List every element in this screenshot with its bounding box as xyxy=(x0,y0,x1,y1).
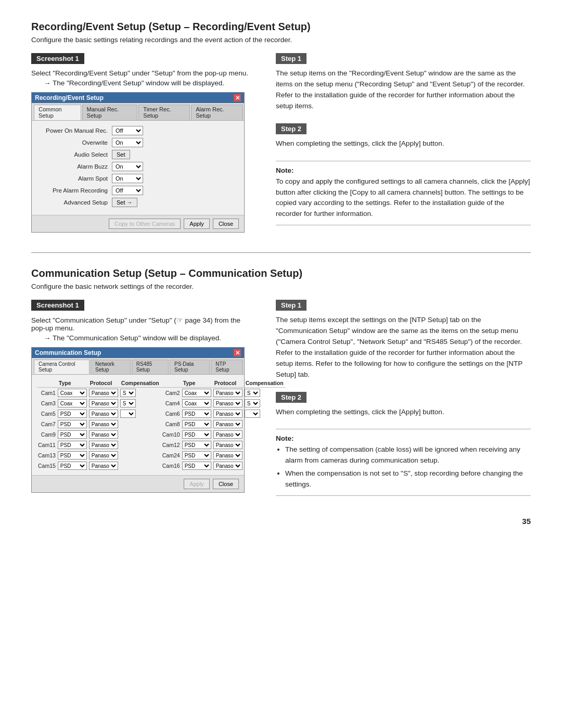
cam13-protocol: Panasonic xyxy=(88,450,119,461)
tab-alarm-rec[interactable]: Alarm Rec. Setup xyxy=(191,105,243,120)
step1-text: The setup items on the "Recording/Event … xyxy=(276,68,531,112)
th-protocol1: Protocol xyxy=(88,379,119,388)
label-alarm-buzz: Alarm Buzz xyxy=(39,163,112,170)
dialog-close-btn[interactable]: ✕ xyxy=(234,94,241,101)
btn-close[interactable]: Close xyxy=(213,219,239,229)
section-divider xyxy=(31,252,531,253)
tab-ntp[interactable]: NTP Setup xyxy=(211,360,243,374)
comm-dialog-tabs: Camera Control Setup Network Setup RS485… xyxy=(32,358,244,375)
section2-title: Communication Setup (Setup – Communicati… xyxy=(31,267,531,279)
dialog-titlebar: Recording/Event Setup ✕ xyxy=(32,93,244,103)
cam10-label: Cam10 xyxy=(161,429,181,440)
btn-advanced-set[interactable]: Set → xyxy=(112,198,137,207)
tab-rs485[interactable]: RS485 Setup xyxy=(132,360,169,374)
btn-apply[interactable]: Apply xyxy=(184,219,210,229)
note-title: Note: xyxy=(276,167,294,174)
table-row: Cam9 PSD Panasonic Cam10 PSD Panasonic xyxy=(37,429,286,440)
cam11-type: PSD xyxy=(57,440,88,450)
comm-dialog-body: Type Protocol Compensation Type Protocol… xyxy=(32,375,244,475)
section1-title: Recording/Event Setup (Setup – Recording… xyxy=(31,21,531,33)
comm-dialog: Communication Setup ✕ Camera Control Set… xyxy=(31,347,245,493)
step2-block: Step 2 When completing the settings, cli… xyxy=(276,123,531,149)
tab-manual-rec[interactable]: Manual Rec. Setup xyxy=(82,105,138,120)
section1-arrow-text: → The "Recording/Event Setup" window wil… xyxy=(31,79,255,87)
note-block-s2: Note: The setting of compensation (cable… xyxy=(276,435,531,490)
form-row-power: Power On Manual Rec. Off xyxy=(39,126,237,135)
select-pre-alarm[interactable]: Off xyxy=(112,186,143,195)
step2-badge-s2: Step 2 xyxy=(276,392,306,403)
cam7-type: PSD xyxy=(57,419,88,429)
table-row: Cam13 PSD Panasonic Cam24 PSD Panasonic xyxy=(37,450,286,461)
screenshot2-badge: Screenshot 1 xyxy=(31,300,84,311)
tab-network-setup[interactable]: Network Setup xyxy=(91,360,131,374)
cam15-label: Cam15 xyxy=(37,461,57,471)
cam24-label: Cam24 xyxy=(161,450,181,461)
btn-audio-set[interactable]: Set xyxy=(112,150,130,159)
btn-comm-apply[interactable]: Apply xyxy=(184,479,210,489)
th-blank1 xyxy=(37,379,57,388)
label-advanced: Advanced Setup xyxy=(39,199,112,206)
cam1-comp: S xyxy=(119,388,161,399)
tab-common-setup[interactable]: Common Setup xyxy=(34,105,81,120)
dialog-title: Recording/Event Setup xyxy=(35,94,104,101)
note-item-1: The setting of compensation (cable loss)… xyxy=(285,444,531,466)
btn-comm-close[interactable]: Close xyxy=(213,479,239,489)
cam5-label: Cam5 xyxy=(37,408,57,419)
cam16-protocol: Panasonic xyxy=(212,461,244,471)
comm-dialog-footer: Apply Close xyxy=(32,475,244,492)
page-number: 35 xyxy=(31,517,531,526)
cam4-type: Coax xyxy=(181,398,212,408)
section2-select-text: Select "Communication Setup" under "Setu… xyxy=(31,316,255,332)
note-block: Note: To copy and apply the configured s… xyxy=(276,167,531,220)
cam9-protocol: Panasonic xyxy=(88,429,119,440)
comm-dialog-close[interactable]: ✕ xyxy=(234,349,241,356)
label-pre-alarm: Pre Alarm Recording xyxy=(39,187,112,194)
step2-badge: Step 2 xyxy=(276,123,306,134)
note-divider2 xyxy=(276,225,531,225)
cam1-label: Cam1 xyxy=(37,388,57,399)
label-overwrite: Overwrite xyxy=(39,139,112,146)
cam9-label: Cam9 xyxy=(37,429,57,440)
section1-desc: Configure the basic settings relating re… xyxy=(31,36,531,44)
btn-copy-cameras[interactable]: Copy to Other Cameras xyxy=(109,219,181,229)
table-row: Cam7 PSD Panasonic Cam8 PSD Panasonic xyxy=(37,419,286,429)
cam2-type: Coax xyxy=(181,388,212,399)
cam9-type: PSD xyxy=(57,429,88,440)
cam3-label: Cam3 xyxy=(37,398,57,408)
cam5-protocol: Panasonic xyxy=(88,408,119,419)
cam2-protocol: Panasonic xyxy=(212,388,244,399)
tab-timer-rec[interactable]: Timer Rec. Setup xyxy=(138,105,190,120)
step1-text-s2: The setup items except the settings on t… xyxy=(276,315,531,380)
select-alarm-spot[interactable]: On xyxy=(112,174,143,183)
cam6-type: PSD xyxy=(181,408,212,419)
cam7-label: Cam7 xyxy=(37,419,57,429)
cam4-label: Cam4 xyxy=(161,398,181,408)
th-type2: Type xyxy=(181,379,212,388)
select-power[interactable]: Off xyxy=(112,126,143,135)
cam7-protocol: Panasonic xyxy=(88,419,119,429)
note-divider-s2 xyxy=(276,429,531,429)
note-divider xyxy=(276,161,531,161)
cam10-type: PSD xyxy=(181,429,212,440)
select-overwrite[interactable]: On xyxy=(112,138,143,147)
screenshot1-badge: Screenshot 1 xyxy=(31,53,84,64)
dialog-footer: Copy to Other Cameras Apply Close xyxy=(32,215,244,232)
form-row-alarm-spot: Alarm Spot On xyxy=(39,174,237,183)
cam12-label: Cam12 xyxy=(161,440,181,450)
cam6-protocol: Panasonic xyxy=(212,408,244,419)
tab-camera-control[interactable]: Camera Control Setup xyxy=(34,360,90,374)
form-row-overwrite: Overwrite On xyxy=(39,138,237,147)
tab-psdata[interactable]: PS·Data Setup xyxy=(170,360,210,374)
comm-dialog-titlebar: Communication Setup ✕ xyxy=(32,348,244,358)
label-audio: Audio Select xyxy=(39,151,112,158)
select-alarm-buzz[interactable]: On xyxy=(112,162,143,171)
th-type1: Type xyxy=(57,379,88,388)
form-row-audio: Audio Select Set xyxy=(39,150,237,159)
step2-text-s2: When completing the settings, click the … xyxy=(276,407,531,418)
step1-badge-s2: Step 1 xyxy=(276,300,306,311)
cam6-label: Cam6 xyxy=(161,408,181,419)
section1-select-text: Select "Recording/Event Setup" under "Se… xyxy=(31,69,255,77)
note-text: To copy and apply the configured setting… xyxy=(276,176,531,220)
step2-block-s2: Step 2 When completing the settings, cli… xyxy=(276,392,531,418)
th-protocol2: Protocol xyxy=(212,379,244,388)
